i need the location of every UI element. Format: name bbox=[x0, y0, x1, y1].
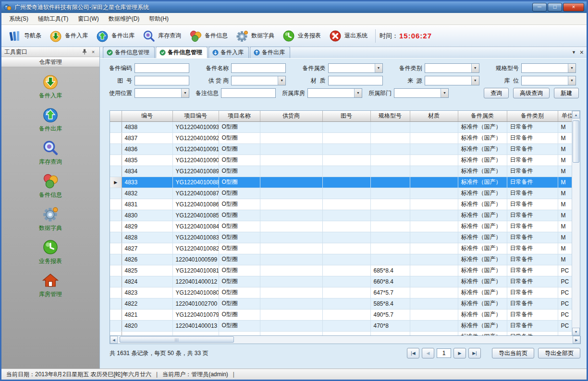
menu-window[interactable]: 窗口(W) bbox=[73, 13, 103, 25]
table-row[interactable]: ▶4833YG12204010088O型圈标准件（国产）日常备件M bbox=[110, 177, 572, 188]
last-page-button[interactable]: ▶| bbox=[468, 348, 481, 358]
use-position-select[interactable]: ▼ bbox=[135, 88, 189, 98]
parts-outbound-button[interactable]: 备件出库 bbox=[92, 27, 138, 45]
new-button[interactable]: 新建 bbox=[554, 88, 579, 98]
sidebar-item-warehouse-management[interactable]: 库房管理 bbox=[1, 272, 99, 298]
table-row[interactable]: 标准件（国产）日常备件 bbox=[110, 331, 572, 335]
tab-parts-info-management-2[interactable]: 备件信息管理 bbox=[156, 47, 208, 58]
department-select[interactable]: ▼ bbox=[394, 88, 449, 98]
prev-page-button[interactable]: ◀ bbox=[422, 348, 434, 358]
table-row[interactable]: 4828YG12204010083O型圈标准件（国产）日常备件M bbox=[110, 232, 572, 243]
table-row[interactable]: 4836YG12204010091O型圈标准件（国产）日常备件M bbox=[110, 143, 572, 155]
menu-data-maintenance[interactable]: 数据维护(D) bbox=[104, 13, 145, 25]
table-row[interactable]: 4830YG12204010085O型圈标准件（国产）日常备件M bbox=[110, 210, 572, 221]
inventory-query-button[interactable]: 库存查询 bbox=[138, 27, 185, 45]
minimize-button[interactable]: ─ bbox=[532, 3, 547, 12]
export-current-page-button[interactable]: 导出当前页 bbox=[492, 348, 534, 358]
column-header[interactable]: 规格型号 bbox=[370, 111, 410, 121]
vertical-scroll-track[interactable] bbox=[572, 119, 580, 328]
exit-system-button[interactable]: 退出系统 bbox=[325, 27, 371, 45]
column-header[interactable]: 供货商 bbox=[260, 111, 322, 121]
table-row[interactable]: 48241220401400012O型圈660*8.4标准件（国产）日常备件PC bbox=[110, 276, 572, 287]
menu-system[interactable]: 系统(S) bbox=[4, 13, 33, 25]
column-header[interactable]: 项目名称 bbox=[219, 111, 260, 121]
table-row[interactable]: 4823YG12204010080O型圈647*5.7标准件（国产）日常备件PC bbox=[110, 287, 572, 298]
scroll-right-icon[interactable]: ▶ bbox=[573, 336, 580, 344]
table-row[interactable]: 4834YG12204010089O型圈标准件（国产）日常备件M bbox=[110, 166, 572, 177]
table-row[interactable]: 4838YG12204010093O型圈标准件（国产）日常备件M bbox=[110, 121, 572, 132]
table-cell: 4834 bbox=[122, 166, 172, 177]
nav-bar-button[interactable]: 导航条 bbox=[4, 27, 45, 45]
data-dictionary-button[interactable]: 数据字典 bbox=[232, 27, 278, 45]
bin-location-select[interactable]: ▼ bbox=[521, 76, 576, 85]
warehouse-select[interactable]: ▼ bbox=[307, 88, 362, 98]
horizontal-scroll-track[interactable]: ||| bbox=[118, 336, 573, 344]
page-number-input[interactable] bbox=[437, 348, 451, 358]
drawing-no-input[interactable] bbox=[135, 76, 189, 85]
tool-window-close-icon[interactable]: × bbox=[90, 48, 97, 55]
remark-input[interactable] bbox=[221, 88, 276, 98]
column-header[interactable]: 材质 bbox=[410, 111, 458, 121]
table-row[interactable]: 4821YG12204010079O型圈490*5.7标准件（国产）日常备件PC bbox=[110, 309, 572, 320]
column-header[interactable]: 编号 bbox=[122, 111, 172, 121]
scroll-down-icon[interactable]: ▼ bbox=[572, 328, 580, 335]
horizontal-scrollbar[interactable]: ◀ ||| ▶ bbox=[110, 336, 581, 344]
part-code-input[interactable] bbox=[135, 63, 189, 73]
supplier-select[interactable]: ▼ bbox=[231, 76, 286, 85]
source-select[interactable]: ▼ bbox=[425, 76, 479, 85]
table-cell: 标准件（国产） bbox=[458, 287, 507, 298]
part-category-select[interactable]: ▼ bbox=[328, 63, 383, 73]
column-header[interactable]: 备件属类 bbox=[458, 111, 507, 121]
table-cell: PC bbox=[558, 276, 572, 287]
table-row[interactable]: 4837YG12204010092O型圈标准件（国产）日常备件M bbox=[110, 132, 572, 143]
menu-aux-tools[interactable]: 辅助工具(T) bbox=[33, 13, 73, 25]
sidebar-item-data-dictionary[interactable]: 数据字典 bbox=[1, 205, 99, 232]
sidebar-item-parts-inbound[interactable]: 备件入库 bbox=[1, 73, 99, 100]
maximize-button[interactable]: □ bbox=[548, 3, 562, 12]
table-row[interactable]: 4832YG12204010087O型圈标准件（国产）日常备件M bbox=[110, 188, 572, 199]
first-page-button[interactable]: |◀ bbox=[407, 348, 419, 358]
parts-inbound-button[interactable]: 备件入库 bbox=[45, 27, 92, 45]
query-button[interactable]: 查询 bbox=[484, 88, 509, 98]
tab-list-dropdown-icon[interactable]: ▼ bbox=[572, 50, 576, 55]
column-header[interactable]: 项目编号 bbox=[172, 111, 219, 121]
table-row[interactable]: 4827YG12204010082O型圈标准件（国产）日常备件M bbox=[110, 243, 572, 254]
table-row[interactable]: 4829YG12204010084O型圈标准件（国产）日常备件M bbox=[110, 221, 572, 232]
advanced-query-button[interactable]: 高级查询 bbox=[513, 88, 550, 98]
column-header[interactable]: 图号 bbox=[322, 111, 370, 121]
vertical-scroll-thumb[interactable] bbox=[573, 120, 579, 163]
tab-parts-outbound[interactable]: 备件出库 bbox=[250, 47, 290, 58]
tab-parts-inbound[interactable]: 备件入库 bbox=[208, 47, 249, 58]
scroll-up-icon[interactable]: ▲ bbox=[572, 111, 580, 119]
column-header[interactable]: 单位 bbox=[558, 111, 572, 121]
next-page-button[interactable]: ▶ bbox=[453, 348, 466, 358]
table-row[interactable]: 4835YG12204010090O型圈标准件（国产）日常备件M bbox=[110, 155, 572, 166]
scroll-left-icon[interactable]: ◀ bbox=[110, 336, 118, 344]
sidebar-item-inventory-query[interactable]: 库存查询 bbox=[1, 139, 99, 166]
tab-area-close-icon[interactable]: × bbox=[580, 48, 584, 56]
pin-icon[interactable] bbox=[81, 48, 88, 55]
vertical-scrollbar[interactable]: ▲ ▼ bbox=[572, 111, 580, 335]
horizontal-scroll-thumb[interactable]: ||| bbox=[120, 336, 234, 343]
part-type-select[interactable]: ▼ bbox=[425, 63, 479, 73]
menu-help[interactable]: 帮助(H) bbox=[144, 13, 173, 25]
sidebar-item-business-report[interactable]: 业务报表 bbox=[1, 238, 99, 265]
use-position-label: 使用位置 bbox=[106, 89, 135, 97]
table-row[interactable]: 4825YG12204010081O型圈685*8.4标准件（国产）日常备件PC bbox=[110, 265, 572, 276]
table-row[interactable]: 48201220401400013O型圈470*8标准件（国产）日常备件PC bbox=[110, 320, 572, 331]
column-header[interactable]: 备件类别 bbox=[507, 111, 558, 121]
export-all-pages-button[interactable]: 导出全部页 bbox=[538, 348, 580, 358]
close-button[interactable]: × bbox=[563, 3, 584, 12]
spec-model-select[interactable]: ▼ bbox=[521, 63, 576, 73]
business-report-button[interactable]: 业务报表 bbox=[278, 27, 325, 45]
sidebar-item-parts-info[interactable]: 备件信息 bbox=[1, 172, 99, 199]
sidebar-item-parts-outbound[interactable]: 备件出库 bbox=[1, 106, 99, 133]
tab-parts-info-management-1[interactable]: 备件信息管理 bbox=[103, 47, 155, 58]
table-row[interactable]: 48221220401002700O型圈585*8.4标准件（国产）日常备件PC bbox=[110, 298, 572, 309]
table-row[interactable]: 4831YG12204010086O型圈标准件（国产）日常备件M bbox=[110, 199, 572, 210]
table-row[interactable]: 48261220401000599O型圈标准件（国产）日常备件M bbox=[110, 254, 572, 265]
material-input[interactable] bbox=[328, 76, 383, 85]
warehouse-management-caption[interactable]: 仓库管理 bbox=[1, 57, 99, 67]
part-name-input[interactable] bbox=[231, 63, 286, 73]
parts-info-button[interactable]: 备件信息 bbox=[185, 27, 232, 45]
